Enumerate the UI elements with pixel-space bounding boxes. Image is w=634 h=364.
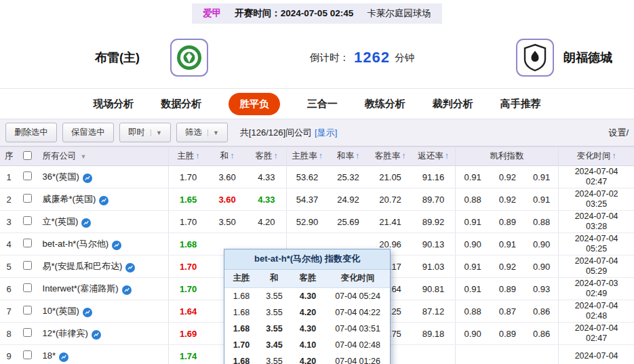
home-rate-cell: 54.37 — [286, 188, 328, 211]
col-home-odds[interactable]: 主胜↑ — [169, 147, 208, 166]
kelly-away-cell: 0.90 — [525, 233, 559, 256]
settings-link[interactable]: 设置/ — [608, 127, 629, 139]
kelly-away-cell: 0.91 — [525, 188, 559, 211]
company-cell[interactable]: 立*(英国) — [37, 211, 169, 233]
away-team-block: 朗福德城 — [516, 39, 612, 77]
tab-win-draw-lose[interactable]: 胜平负 — [229, 93, 280, 115]
col-change-time[interactable]: 变化时间↑ — [559, 147, 634, 166]
keep-selected-button[interactable]: 保留选中 — [62, 123, 114, 142]
draw-rate-cell: 25.32 — [328, 166, 369, 188]
return-rate-cell: 89.70 — [412, 188, 455, 211]
sort-arrow-icon: ↑ — [195, 151, 199, 161]
away-odds-cell[interactable]: 4.20 — [247, 211, 287, 233]
row-checkbox[interactable] — [23, 171, 32, 180]
odds-history-icon[interactable] — [99, 196, 108, 205]
tab-live-analysis[interactable]: 现场分析 — [93, 98, 134, 110]
home-odds-cell[interactable]: 1.65 — [169, 188, 208, 211]
company-name: 36*(英国) — [43, 171, 79, 182]
draw-odds-cell[interactable]: 3.60 — [207, 166, 247, 188]
sort-arrow-icon: ↑ — [401, 151, 405, 161]
table-row: 2 威廉希*(英国) 1.65 3.60 4.33 54.37 24.92 20… — [0, 188, 634, 211]
kelly-home-cell: 0.88 — [455, 188, 490, 211]
away-crest-icon — [523, 43, 547, 72]
col-draw-rate[interactable]: 和率↑ — [328, 147, 369, 166]
home-odds-cell[interactable]: 1.64 — [169, 300, 208, 323]
change-time-cell: 2024-07-04 — [559, 345, 634, 364]
company-cell[interactable]: 36*(英国) — [37, 166, 169, 188]
row-checkbox[interactable] — [23, 306, 32, 315]
row-checkbox[interactable] — [23, 261, 32, 270]
league-badge[interactable]: 爱甲 — [203, 7, 221, 20]
company-filter-icon[interactable]: ▼ — [81, 153, 87, 160]
row-checkbox[interactable] — [23, 350, 32, 359]
home-odds-cell[interactable]: 1.69 — [169, 323, 208, 345]
col-draw-odds[interactable]: 和↑ — [207, 147, 247, 166]
instant-dropdown[interactable]: 即时▼ — [119, 123, 171, 142]
home-odds-cell[interactable]: 1.70 — [169, 256, 208, 278]
tab-expert-recommend[interactable]: 高手推荐 — [500, 98, 541, 110]
company-cell[interactable]: 10*(英国) — [37, 300, 169, 323]
home-odds-cell[interactable]: 1.70 — [169, 166, 208, 188]
col-company[interactable]: 所有公司▼ — [37, 147, 169, 166]
return-rate-cell: 89.18 — [412, 323, 455, 345]
change-time-cell: 2024-07-0405:29 — [559, 256, 634, 278]
tab-three-in-one[interactable]: 三合一 — [307, 98, 338, 110]
col-away-rate[interactable]: 客胜率↑ — [369, 147, 412, 166]
company-cell[interactable]: bet-at-h*(马尔他) — [37, 233, 169, 256]
odds-history-icon[interactable] — [112, 241, 121, 250]
home-odds-cell[interactable]: 1.70 — [169, 211, 208, 233]
odds-history-icon[interactable] — [83, 174, 92, 183]
popup-row: 1.68 3.55 4.30 07-04 03:51 — [224, 321, 390, 337]
away-rate-cell: 20.72 — [369, 188, 412, 211]
select-all-checkbox[interactable] — [23, 151, 32, 160]
col-away-odds[interactable]: 客胜↑ — [247, 147, 287, 166]
popup-draw-odds: 3.55 — [258, 353, 290, 364]
row-checkbox[interactable] — [23, 328, 32, 337]
company-name: 威廉希*(英国) — [43, 194, 96, 204]
popup-draw-odds: 3.55 — [258, 321, 290, 337]
row-select-cell — [18, 256, 37, 278]
away-rate-cell: 21.41 — [369, 211, 412, 233]
col-home-rate[interactable]: 主胜率↑ — [286, 147, 328, 166]
away-odds-cell[interactable]: 4.33 — [247, 188, 287, 211]
draw-odds-cell[interactable]: 3.60 — [207, 188, 247, 211]
show-link[interactable]: [显示] — [315, 127, 337, 138]
col-return-rate[interactable]: 返还率↑ — [412, 147, 455, 166]
return-rate-cell: 90.81 — [412, 278, 455, 300]
odds-history-icon[interactable] — [92, 330, 101, 340]
kelly-away-cell: 0.93 — [525, 278, 559, 300]
row-checkbox[interactable] — [23, 216, 32, 225]
company-cell[interactable]: 易*(安提瓜和巴布达) — [37, 256, 169, 278]
company-cell[interactable]: 12*(菲律宾) — [37, 323, 169, 345]
popup-home-odds: 1.70 — [224, 337, 258, 353]
company-cell[interactable]: 18* — [37, 345, 169, 364]
tab-data-analysis[interactable]: 数据分析 — [161, 98, 201, 110]
tab-referee-analysis[interactable]: 裁判分析 — [433, 98, 473, 110]
popup-col-draw: 和 — [258, 270, 290, 288]
row-checkbox[interactable] — [23, 194, 32, 203]
company-cell[interactable]: 威廉希*(英国) — [37, 188, 169, 211]
odds-history-icon[interactable] — [81, 218, 91, 228]
odds-history-icon[interactable] — [125, 263, 135, 272]
draw-odds-cell[interactable]: 3.50 — [207, 211, 247, 233]
popup-row: 1.68 3.55 4.20 07-04 01:26 — [224, 353, 390, 364]
home-odds-cell[interactable]: 1.70 — [169, 278, 208, 300]
home-odds-cell[interactable]: 1.74 — [169, 345, 208, 364]
odds-history-icon[interactable] — [59, 352, 68, 362]
company-cell[interactable]: Interwet*(塞浦路斯) — [37, 278, 169, 300]
odds-change-popup: bet-at-h*(马尔他) 指数变化 主胜 和 客胜 变化时间 1.68 3.… — [224, 249, 391, 364]
kelly-draw-cell: 0.89 — [490, 278, 526, 300]
away-team-name: 朗福德城 — [563, 49, 612, 66]
odds-history-icon[interactable] — [83, 308, 92, 317]
home-odds-cell[interactable]: 1.68 — [169, 233, 208, 256]
filter-dropdown[interactable]: 筛选▼ — [176, 123, 228, 142]
odds-history-icon[interactable] — [122, 285, 132, 295]
delete-selected-button[interactable]: 删除选中 — [5, 123, 57, 142]
company-name: 10*(英国) — [43, 306, 79, 316]
row-checkbox[interactable] — [23, 283, 32, 292]
tab-coach-analysis[interactable]: 教练分析 — [365, 98, 405, 110]
row-checkbox[interactable] — [23, 239, 32, 247]
away-odds-cell[interactable]: 4.33 — [247, 166, 287, 188]
popup-table: 主胜 和 客胜 变化时间 1.68 3.55 4.30 07-04 05:24 … — [224, 270, 390, 364]
countdown-label: 倒计时： — [310, 52, 349, 64]
